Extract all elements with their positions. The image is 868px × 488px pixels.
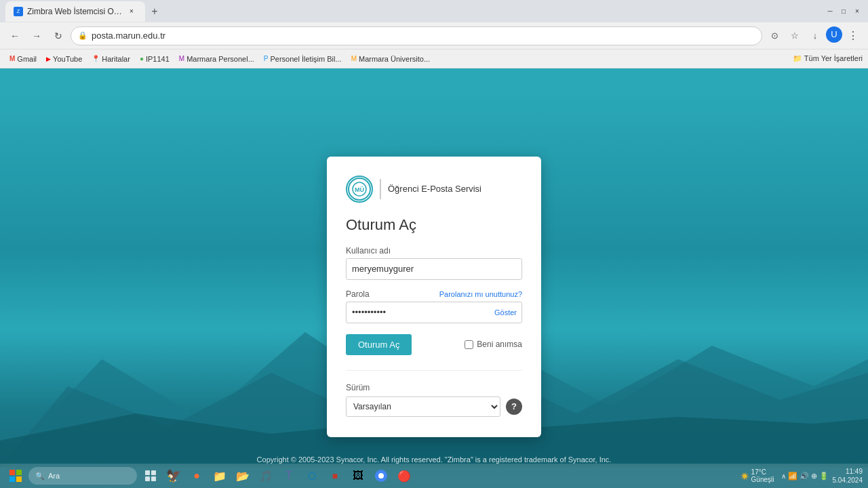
ip-icon: ● — [140, 55, 144, 62]
winamp-icon[interactable]: 🦅 — [163, 465, 184, 487]
weather-text: 17°C Güneşli — [751, 468, 774, 483]
bookmark-label: Marmara Üniversito... — [359, 55, 430, 63]
app3-icon[interactable]: 🎵 — [255, 465, 277, 487]
app4-icon[interactable]: ■ — [324, 465, 346, 487]
close-button[interactable]: × — [852, 6, 863, 17]
svg-rect-10 — [145, 470, 150, 475]
clock-widget[interactable]: 11:49 5.04.2024 — [833, 467, 863, 485]
refresh-button[interactable]: ↻ — [49, 26, 68, 45]
taskbar-pinned-icons: 🦅 ● 📁 📂 🎵 T ⬡ ■ 🖼 — [140, 465, 415, 487]
svg-text:MÜ: MÜ — [355, 186, 364, 193]
bookmark-label: IP1141 — [146, 55, 170, 63]
forgot-password-link[interactable]: Parolanızı mı unuttunuz? — [439, 290, 522, 298]
university-logo: MÜ — [346, 176, 373, 203]
battery-icon: 🔋 — [819, 472, 829, 481]
taskbar: 🔍 Ara 🦅 ● 📁 📂 🎵 T — [0, 464, 868, 488]
date-display: 5.04.2024 — [833, 476, 863, 485]
bookmark-label: Marmara Personel... — [186, 55, 254, 63]
bookmark-youtube[interactable]: ▶ YouTube — [42, 54, 86, 64]
marmara-icon: M — [179, 55, 184, 62]
personel-icon: P — [264, 55, 269, 62]
system-tray: ∧ 📶 🔊 ⊕ 🔋 — [781, 472, 829, 481]
tab-bar: Z Zimbra Web İstemcisi Oturum... × + — [5, 1, 822, 22]
svg-rect-9 — [16, 476, 22, 482]
new-tab-button[interactable]: + — [145, 2, 164, 21]
bookmark-button[interactable]: ☆ — [785, 26, 804, 45]
download-button[interactable]: ↓ — [806, 26, 825, 45]
surum-select[interactable]: Varsayılan Modern Standart — [346, 396, 500, 417]
remember-me-checkbox[interactable] — [465, 340, 473, 349]
svg-rect-11 — [151, 470, 156, 475]
weather-widget: ☀️ 17°C Güneşli — [741, 468, 774, 483]
files-icon[interactable]: 📂 — [232, 465, 254, 487]
window-controls: ─ □ × — [825, 6, 863, 17]
app5-icon[interactable]: 🔴 — [393, 465, 415, 487]
page-footer: Copyright © 2005-2023 Synacor, Inc. All … — [0, 455, 868, 464]
minimize-button[interactable]: ─ — [825, 6, 835, 17]
vscode-icon[interactable]: ⬡ — [301, 465, 323, 487]
wifi-icon: ⊕ — [811, 472, 817, 481]
extensions-button[interactable]: ⊙ — [765, 26, 784, 45]
surum-section: Sürüm Varsayılan Modern Standart ? — [346, 370, 522, 417]
search-placeholder: Ara — [48, 472, 60, 480]
temperature: 17°C — [751, 468, 774, 476]
taskbar-search-box[interactable]: 🔍 Ara — [28, 467, 137, 485]
tray-up-arrow[interactable]: ∧ — [781, 472, 786, 480]
nav-bar: ← → ↻ 🔒 posta.marun.edu.tr ⊙ ☆ ↓ U ⋮ — [0, 22, 868, 49]
bookmark-haritalar[interactable]: 📍 Haritalar — [87, 54, 134, 64]
maximize-button[interactable]: □ — [838, 6, 849, 17]
active-tab[interactable]: Z Zimbra Web İstemcisi Oturum... × — [5, 1, 145, 22]
service-name: Öğrenci E-Posta Servisi — [388, 184, 481, 194]
bookmark-gmail[interactable]: M Gmail — [5, 54, 41, 64]
teams-icon[interactable]: T — [278, 465, 300, 487]
login-button[interactable]: Oturum Aç — [346, 334, 412, 355]
bookmark-personel-iletisim[interactable]: P Personel İletişim Bil... — [260, 54, 346, 64]
svg-rect-8 — [9, 476, 15, 482]
bookmarks-folder-icon: 📁 — [793, 54, 802, 62]
copyright-text: Copyright © 2005-2023 Synacor, Inc. All … — [257, 455, 612, 464]
photos-icon[interactable]: 🖼 — [347, 465, 369, 487]
bookmark-label: Haritalar — [102, 55, 130, 63]
form-actions: Oturum Aç Beni anımsa — [346, 334, 522, 355]
menu-button[interactable]: ⋮ — [844, 26, 863, 45]
logo-area: MÜ Öğrenci E-Posta Servisi — [346, 176, 522, 203]
bookmark-label: Gmail — [17, 55, 37, 63]
tab-favicon: Z — [14, 7, 23, 16]
gmail-icon: M — [9, 55, 15, 62]
browser-chrome: Z Zimbra Web İstemcisi Oturum... × + ─ □… — [0, 0, 868, 68]
start-button[interactable] — [5, 466, 26, 486]
password-label: Parola — [346, 289, 370, 299]
username-input[interactable] — [346, 258, 522, 280]
back-button[interactable]: ← — [5, 26, 24, 45]
remember-me-label[interactable]: Beni anımsa — [477, 340, 522, 349]
youtube-icon: ▶ — [46, 56, 51, 62]
page-title: Oturum Aç — [346, 216, 522, 234]
profile-button[interactable]: U — [826, 26, 842, 43]
app2-icon[interactable]: 📁 — [209, 465, 231, 487]
svg-rect-12 — [145, 476, 150, 481]
svg-rect-6 — [9, 470, 15, 475]
maps-icon: 📍 — [92, 55, 100, 62]
svg-rect-7 — [16, 470, 22, 475]
bookmark-label: YouTube — [53, 55, 82, 63]
username-group: Kullanıcı adı — [346, 246, 522, 280]
help-button[interactable]: ? — [506, 399, 522, 415]
volume-icon: 🔊 — [800, 472, 809, 481]
address-bar[interactable]: 🔒 posta.marun.edu.tr — [71, 26, 762, 45]
remember-me-container: Beni anımsa — [465, 340, 522, 349]
surum-label: Sürüm — [346, 383, 522, 392]
bookmark-marmara-personel[interactable]: M Marmara Personel... — [175, 54, 258, 64]
forward-button[interactable]: → — [27, 26, 46, 45]
app1-icon[interactable]: ● — [186, 465, 208, 487]
show-password-button[interactable]: Göster — [494, 308, 517, 317]
logo-divider — [380, 179, 381, 199]
bookmark-marmara-uni[interactable]: M Marmara Üniversito... — [347, 54, 434, 64]
svg-rect-13 — [151, 476, 156, 481]
chrome-icon[interactable] — [370, 465, 392, 487]
bookmark-ip1141[interactable]: ● IP1141 — [136, 54, 174, 64]
bookmark-label: Personel İletişim Bil... — [270, 55, 341, 63]
uni-icon: M — [351, 55, 357, 62]
tab-close-button[interactable]: × — [126, 6, 137, 17]
taskview-button[interactable] — [140, 465, 161, 487]
all-bookmarks[interactable]: 📁 Tüm Yer İşaretleri — [793, 54, 863, 63]
